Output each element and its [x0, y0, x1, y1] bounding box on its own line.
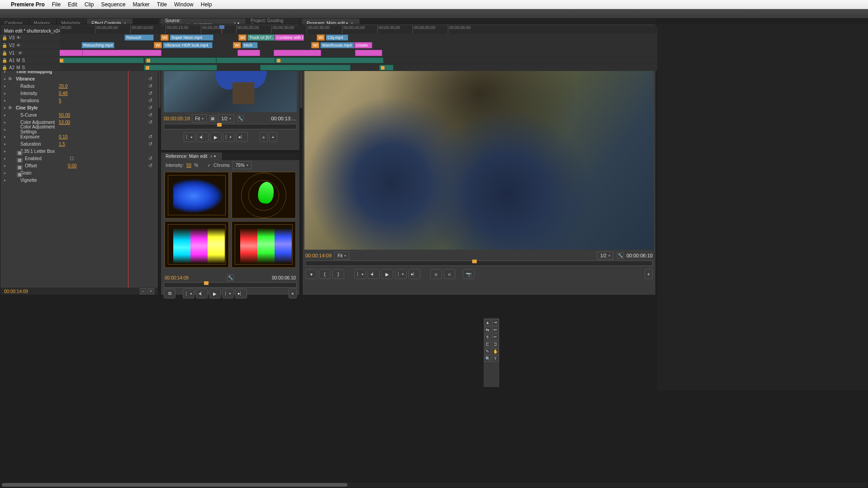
clip[interactable]: Wi [311, 42, 319, 48]
clip[interactable]: creativ [354, 42, 372, 48]
param-value[interactable]: 5 [59, 98, 62, 103]
ec-row-offset[interactable]: ▸Offset0.00↺ [0, 162, 158, 169]
menu-edit[interactable]: Edit [68, 1, 77, 8]
source-playhead[interactable] [217, 123, 222, 127]
selection-tool[interactable]: ▲ [484, 319, 491, 326]
step-back-button[interactable]: ◂⎸ [197, 132, 209, 142]
ec-row-exposure[interactable]: ▸Exposure0.10↺ [0, 133, 158, 140]
add-marker-button[interactable]: ▾ [305, 269, 317, 279]
mark-out-button[interactable]: ▸⎸ [236, 132, 248, 142]
fx-badge-icon[interactable]: fx [9, 76, 16, 81]
param-value[interactable]: 53.00 [59, 120, 70, 125]
clip[interactable]: City.mp4 [326, 34, 348, 41]
timeline-scrollbar[interactable] [2, 483, 866, 487]
clip[interactable] [60, 57, 144, 63]
ec-row-intensity[interactable]: ▸Intensity0.48↺ [0, 90, 158, 97]
waveform-scope[interactable] [165, 172, 229, 218]
hand-tool[interactable]: ✋ [492, 348, 499, 355]
program-fit-dropdown[interactable]: Fit [334, 251, 349, 260]
ec-row-2-35-1-letter-box[interactable]: ▸2.35:1 Letter Box [0, 147, 158, 155]
toggle-v2-icon[interactable]: 👁 [16, 43, 22, 48]
vectorscope[interactable] [232, 172, 296, 218]
ec-row-iterations[interactable]: ▸Iterations5↺ [0, 97, 158, 104]
param-value[interactable]: 1.5 [59, 142, 65, 147]
source-settings-icon[interactable]: ▦ [209, 115, 216, 122]
source-wrench-icon[interactable]: 🔧 [237, 115, 244, 122]
extract-button[interactable]: ⎌ [444, 269, 455, 279]
go-in-prog-button[interactable]: ⎸◂ [354, 269, 366, 279]
program-timecode[interactable]: 00:00:14:09 [305, 253, 332, 258]
mute-a1[interactable]: M [16, 58, 20, 63]
clip[interactable] [260, 65, 351, 71]
reset-icon[interactable]: ↺ [148, 83, 152, 89]
ec-row-enabled[interactable]: ▸Enabled☐↺ [0, 155, 158, 162]
source-add-button[interactable]: + [269, 132, 277, 142]
ref-add-button[interactable]: + [289, 289, 297, 298]
twirl-icon[interactable]: ▸ [4, 84, 9, 88]
clip[interactable]: Wi [161, 34, 169, 41]
rate-stretch-tool[interactable]: ↯ [484, 334, 491, 340]
lock-a2-icon[interactable]: 🔒 [2, 65, 7, 70]
timeline-scrollbar-thumb[interactable] [2, 483, 347, 487]
step-forward-button[interactable]: ⎸▸ [223, 132, 235, 142]
clip[interactable]: Combine with Hi [275, 34, 304, 41]
ref-play-button[interactable]: ▶ [209, 289, 221, 298]
lift-button[interactable]: ⎋ [430, 269, 442, 279]
twirl-icon[interactable]: ▸ [4, 156, 9, 161]
reset-icon[interactable]: ↺ [148, 112, 152, 118]
enabled-checkbox[interactable]: ☐ [70, 156, 74, 161]
go-out-prog-button[interactable]: ▸⎸ [408, 269, 420, 279]
twirl-icon[interactable]: ▸ [4, 120, 9, 124]
clip[interactable]: Warehouse.mp4 [320, 42, 354, 48]
step-back-prog-button[interactable]: ◂⎸ [368, 269, 379, 279]
ec-row-vignette[interactable]: ▸Vignette [0, 176, 158, 184]
source-fit-dropdown[interactable]: Fit [192, 114, 207, 123]
clip[interactable] [275, 57, 384, 63]
toggle-v1-icon[interactable]: 👁 [18, 51, 24, 56]
clip[interactable] [355, 50, 382, 56]
source-zoom-dropdown[interactable]: 1/2 [218, 114, 234, 123]
play-button[interactable]: ▶ [210, 132, 222, 142]
lock-v2-icon[interactable]: 🔒 [2, 43, 7, 48]
reset-icon[interactable]: ↺ [148, 98, 152, 104]
ec-row-grain[interactable]: ▸Grain [0, 169, 158, 176]
menu-file[interactable]: File [52, 1, 61, 8]
step-fwd-prog-button[interactable]: ⎸▸ [395, 269, 407, 279]
twirl-icon[interactable]: ▸ [4, 142, 9, 146]
twirl-icon[interactable]: ▸ [4, 77, 9, 81]
ycbcr-parade-scope[interactable] [165, 221, 229, 268]
twirl-icon[interactable]: ▸ [4, 128, 9, 132]
mark-in-button[interactable]: ⎸◂ [184, 132, 195, 142]
ec-row-cine-style[interactable]: ▸fxCine Style↺ [0, 104, 158, 111]
twirl-icon[interactable]: ▸ [4, 99, 9, 103]
slide-tool[interactable]: ⊐ [492, 341, 499, 347]
clip[interactable] [274, 50, 321, 56]
clip[interactable] [145, 57, 216, 63]
clip[interactable] [144, 65, 217, 71]
ec-row-s-curve[interactable]: ▸S-Curve50.00↺ [0, 111, 158, 118]
clip[interactable] [82, 50, 161, 56]
ref-playhead[interactable] [204, 281, 209, 285]
menu-sequence[interactable]: Sequence [101, 1, 125, 8]
twirl-icon[interactable]: ▸ [4, 106, 9, 110]
source-time-ruler[interactable] [164, 124, 297, 129]
twirl-icon[interactable]: ▸ [4, 164, 9, 168]
clip[interactable]: Truck UI [57… [247, 34, 275, 41]
toggle-v3-icon[interactable]: 👁 [16, 35, 22, 40]
ec-row-vibrance[interactable]: ▸fxVibrance↺ [0, 75, 158, 82]
clip[interactable] [237, 50, 260, 56]
ref-gang-button[interactable]: ⧉ [164, 289, 175, 298]
reset-icon[interactable]: ↺ [148, 156, 152, 161]
menu-title[interactable]: Title [157, 1, 167, 8]
track-a2-label[interactable]: A2 [9, 65, 14, 70]
lock-v1-icon[interactable]: 🔒 [2, 51, 7, 56]
clip[interactable]: Vibrance HDR look.mp4 [163, 42, 213, 48]
ec-timecode-bottom[interactable]: 00:00:14:09 [4, 289, 28, 294]
clip[interactable] [60, 50, 83, 56]
menu-marker[interactable]: Marker [133, 1, 149, 8]
clip[interactable] [216, 57, 275, 63]
reset-icon[interactable]: ↺ [148, 163, 152, 169]
reset-icon[interactable]: ↺ [148, 90, 152, 96]
clip[interactable]: Retouching.mp4 [81, 42, 114, 48]
program-playhead[interactable] [472, 260, 477, 263]
